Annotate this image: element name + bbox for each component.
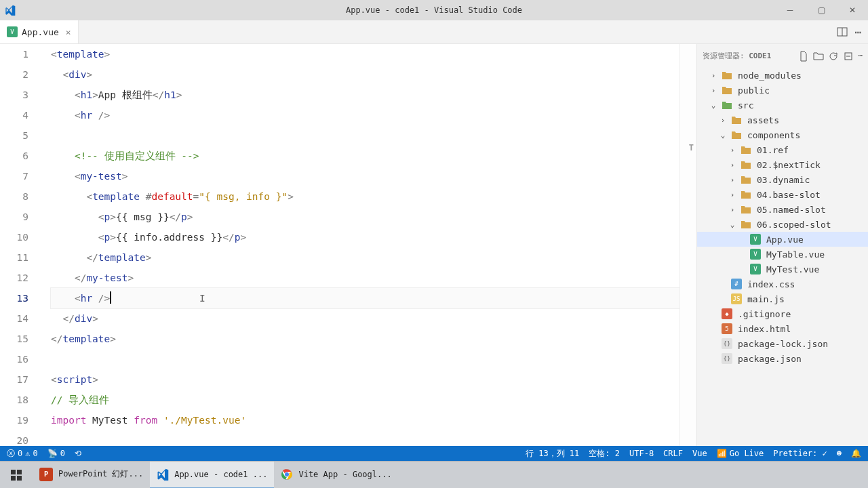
code-line[interactable]: <hr /> <box>51 105 679 125</box>
code-line[interactable]: // 导入组件 <box>51 390 679 410</box>
collapse-all-icon[interactable] <box>843 51 854 62</box>
code-line[interactable]: import MyTest from './MyTest.vue' <box>51 410 679 430</box>
split-editor-icon[interactable] <box>837 26 848 37</box>
minimize-button[interactable]: ─ <box>774 0 806 20</box>
code-line[interactable]: <h1>App 根组件</h1> <box>51 85 679 105</box>
folder-components[interactable]: ⌄components <box>697 127 868 142</box>
line-number: 3 <box>0 85 28 105</box>
text-cursor <box>110 291 111 304</box>
folder-02-nexttick[interactable]: ›02.$nextTick <box>697 157 868 172</box>
chevron-icon: › <box>727 146 738 155</box>
status-indentation[interactable]: 空格: 2 <box>589 448 620 460</box>
code-line[interactable] <box>51 430 679 446</box>
status-encoding[interactable]: UTF-8 <box>629 449 654 458</box>
file-icon: ◆ <box>722 308 732 319</box>
folder-icon <box>731 129 742 140</box>
status-cursor-position[interactable]: 行 13，列 11 <box>526 448 579 460</box>
file-tree[interactable]: ›node_modules›public⌄src›assets⌄componen… <box>697 68 868 446</box>
file-mytable-vue[interactable]: VMyTable.vue <box>697 247 868 262</box>
file-package-json[interactable]: {}package.json <box>697 351 868 366</box>
code-line[interactable]: </template> <box>51 247 679 268</box>
folder-04-base-slot[interactable]: ›04.base-slot <box>697 187 868 202</box>
status-feedback-icon[interactable]: ☻ <box>837 449 842 458</box>
folder-node-modules[interactable]: ›node_modules <box>697 68 868 83</box>
file-index-html[interactable]: 5index.html <box>697 321 868 336</box>
new-folder-icon[interactable] <box>813 51 824 62</box>
line-number: 14 <box>0 308 28 329</box>
folder-01-ref[interactable]: ›01.ref <box>697 142 868 157</box>
line-number: 11 <box>0 247 28 268</box>
code-line[interactable]: </div> <box>51 308 679 329</box>
code-line[interactable]: <my-test> <box>51 166 679 186</box>
chevron-icon: › <box>708 86 719 95</box>
file-icon: {} <box>722 338 732 349</box>
close-tab-icon[interactable]: × <box>66 27 71 37</box>
folder-icon <box>741 144 751 155</box>
folder-public[interactable]: ›public <box>697 83 868 98</box>
folder-06-scoped-slot[interactable]: ⌄06.scoped-slot <box>697 217 868 232</box>
tree-item-label: 01.ref <box>757 145 789 155</box>
code-line[interactable]: <hr />I <box>51 288 679 308</box>
file-package-lock[interactable]: {}package-lock.json <box>697 336 868 351</box>
code-line[interactable]: <!-- 使用自定义组件 --> <box>51 146 679 166</box>
more-actions-icon[interactable]: ⋯ <box>854 26 861 39</box>
folder-icon <box>722 100 732 110</box>
line-number: 9 <box>0 207 28 227</box>
code-line[interactable]: <div> <box>51 64 679 85</box>
folder-src[interactable]: ⌄src <box>697 98 868 113</box>
code-line[interactable] <box>51 349 679 369</box>
tree-item-label: package.json <box>738 354 802 364</box>
file-index-css[interactable]: #index.css <box>697 277 868 291</box>
folder-03-dynamic[interactable]: ›03.dynamic <box>697 172 868 187</box>
maximize-button[interactable]: ▢ <box>806 0 837 20</box>
status-errors[interactable]: ⓧ 0 ⚠ 0 <box>7 448 38 460</box>
chevron-icon: › <box>727 176 738 184</box>
line-number: 18 <box>0 390 28 410</box>
code-editor[interactable]: 123456789101112131415161718192021 <templ… <box>0 44 696 446</box>
taskbar-label: Vite App - Googl... <box>298 470 391 479</box>
windows-taskbar: PPowerPoint 幻灯...App.vue - code1 ...Vite… <box>0 461 868 488</box>
minimap[interactable]: T <box>679 44 696 446</box>
line-number: 6 <box>0 146 28 166</box>
window-title: App.vue - code1 - Visual Studio Code <box>346 5 522 15</box>
file-main-js[interactable]: JSmain.js <box>697 291 868 306</box>
status-sync-icon[interactable]: ⟲ <box>75 449 81 458</box>
refresh-icon[interactable] <box>828 51 839 62</box>
tree-item-label: 06.scoped-slot <box>757 220 831 230</box>
folder-assets[interactable]: ›assets <box>697 113 868 127</box>
code-line[interactable]: <template #default="{ msg, info }"> <box>51 186 679 207</box>
folder-05-named-slot[interactable]: ›05.named-slot <box>697 202 868 217</box>
status-eol[interactable]: CRLF <box>663 449 683 458</box>
code-line[interactable]: <p>{{ info.address }}</p> <box>51 227 679 247</box>
status-prettier[interactable]: Prettier: ✓ <box>773 449 827 458</box>
taskbar-chrome[interactable]: Vite App - Googl... <box>274 462 398 489</box>
file-gitignore[interactable]: ◆.gitignore <box>697 306 868 321</box>
status-language[interactable]: Vue <box>692 449 707 458</box>
code-area[interactable]: <template> <div> <h1>App 根组件</h1> <hr />… <box>41 44 679 446</box>
taskbar-label: App.vue - code1 ... <box>174 470 267 479</box>
close-window-button[interactable]: ✕ <box>837 0 868 20</box>
code-line[interactable] <box>51 125 679 146</box>
file-mytest-vue[interactable]: VMyTest.vue <box>697 262 868 277</box>
status-golive[interactable]: 📶 Go Live <box>717 449 764 458</box>
tree-item-label: node_modules <box>738 70 802 81</box>
code-line[interactable]: <p>{{ msg }}</p> <box>51 207 679 227</box>
file-app-vue[interactable]: VApp.vue <box>697 232 868 247</box>
folder-icon <box>741 204 751 215</box>
status-ports[interactable]: 📡 0 <box>47 449 65 458</box>
code-line[interactable]: <script> <box>51 369 679 390</box>
sidebar-more-icon[interactable]: ⋯ <box>858 51 863 62</box>
start-button[interactable] <box>0 470 33 481</box>
new-file-icon[interactable] <box>798 51 809 62</box>
tab-app-vue[interactable]: V App.vue × <box>0 20 79 43</box>
status-bell-icon[interactable]: 🔔 <box>851 449 861 458</box>
file-icon: JS <box>731 293 742 304</box>
code-line[interactable]: </template> <box>51 329 679 349</box>
tree-item-label: App.vue <box>766 235 804 245</box>
taskbar-vscode[interactable]: App.vue - code1 ... <box>150 462 274 489</box>
tree-item-label: MyTable.vue <box>766 249 825 260</box>
code-line[interactable]: </my-test> <box>51 268 679 288</box>
code-line[interactable]: <template> <box>51 44 679 64</box>
chevron-icon: ⌄ <box>727 220 738 229</box>
taskbar-powerpoint[interactable]: PPowerPoint 幻灯... <box>33 462 150 489</box>
